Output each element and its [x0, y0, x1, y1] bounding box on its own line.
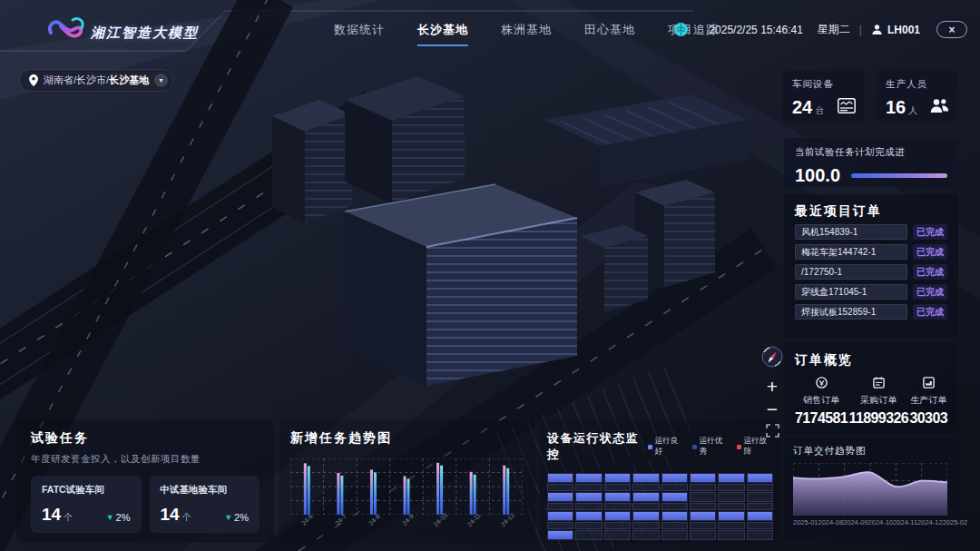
status-segment-empty [662, 484, 688, 491]
order-name: /172750-1 [795, 264, 907, 280]
overview-label: 销售订单 [803, 394, 839, 407]
nav-tab-changsha-base[interactable]: 长沙基地 [417, 22, 468, 46]
divider: | [859, 24, 862, 36]
status-segment [632, 530, 659, 540]
status-track-row [547, 484, 773, 491]
device-status-panel: 设备运行状态监控 运行良好 运行优秀 运行故障 [540, 419, 780, 543]
status-segment-empty [547, 522, 573, 529]
legend-label: 运行优秀 [700, 436, 729, 458]
status-segment-empty [747, 522, 773, 529]
progress-bar [851, 173, 947, 178]
status-segment-empty [604, 503, 631, 510]
device-status-bars [547, 473, 773, 540]
dashboard-stage: 湘江智造大模型 数据统计 长沙基地 株洲基地 田心基地 项目追踪 2025/2/… [0, 0, 980, 551]
test-card-unit: 个 [182, 511, 191, 524]
status-segment-empty [575, 484, 602, 491]
device-status-row [547, 530, 773, 540]
stat-unit: 台 [815, 104, 824, 117]
order-row[interactable]: 梅花车架144742-1 已完成 [795, 244, 947, 260]
test-tasks-title: 试验任务 [31, 430, 260, 447]
overview-value: 7174581 [795, 410, 848, 427]
test-card-label: 中试基地验车间 [161, 484, 250, 497]
zoom-out-button[interactable]: − [767, 399, 778, 418]
test-card-pilot-base: 中试基地验车间 14 个 ▼ 2% [150, 476, 260, 533]
status-segment [604, 511, 631, 521]
status-track-row [547, 522, 773, 529]
test-tasks-subtitle: 年度研发资金投入，以及创新项目数量 [31, 453, 260, 466]
overview-sales: 销售订单 7174581 [795, 377, 848, 427]
legend-dot-excellent [692, 445, 697, 449]
production-order-icon [923, 377, 935, 389]
legend-label: 运行良好 [655, 436, 684, 458]
status-segment [575, 492, 602, 502]
stat-value: 24 [792, 97, 812, 118]
location-selector[interactable]: 湖南省/长沙市/长沙基地 ▾ [20, 70, 172, 91]
status-segment [662, 492, 688, 502]
chevron-down-icon[interactable]: ▾ [154, 74, 168, 87]
status-badge: 已完成 [913, 244, 947, 260]
device-status-legend: 运行良好 运行优秀 运行故障 [648, 436, 773, 458]
axis-tick-label: 2024-11 [893, 518, 917, 526]
datetime: 2025/2/25 15:46:41 [709, 24, 802, 36]
status-segment [604, 473, 631, 483]
weekday: 星期二 [818, 22, 850, 37]
order-name: 穿线盒171045-1 [795, 284, 907, 300]
ai-assistant-icon[interactable] [673, 22, 689, 37]
status-segment [547, 492, 573, 502]
status-segment [690, 492, 716, 502]
user-id: LH001 [887, 24, 920, 36]
order-row[interactable]: 穿线盒171045-1 已完成 [795, 284, 947, 300]
stat-unit: 人 [908, 104, 917, 117]
delivery-trend-panel: 订单交付趋势图 2025-012024-082024-092024-102024… [784, 438, 958, 540]
overview-production: 生产订单 30303 [909, 377, 947, 427]
legend-dot-good [648, 445, 652, 449]
sales-order-icon [816, 377, 828, 389]
delivery-trend-chart [793, 463, 949, 516]
legend-item-good[interactable]: 运行良好 [648, 436, 684, 458]
legend-item-fault[interactable]: 运行故障 [737, 436, 773, 458]
user-icon [871, 24, 883, 35]
status-badge: 已完成 [913, 304, 947, 320]
close-button[interactable]: × [936, 21, 967, 38]
device-status-row [547, 473, 773, 483]
status-segment-empty [690, 503, 716, 510]
status-segment [690, 530, 716, 540]
order-row[interactable]: 焊接试板152859-1 已完成 [795, 304, 947, 320]
delivery-axis-labels: 2025-012024-082024-092024-102024-112024-… [793, 518, 949, 526]
header-right: 2025/2/25 15:46:41 星期二 | LH001 × [673, 21, 967, 38]
test-card-fatc: FATC试验车间 14 个 ▼ 2% [31, 476, 142, 533]
test-card-value: 14 [42, 505, 61, 525]
task-trend-title: 新增任务趋势图 [290, 430, 524, 447]
people-icon [930, 98, 949, 113]
nav-tab-data-statistics[interactable]: 数据统计 [334, 22, 385, 46]
order-name: 梅花车架144742-1 [795, 244, 907, 260]
status-segment [632, 473, 659, 483]
test-card-value: 14 [161, 505, 180, 525]
nav-tab-tianxin-base[interactable]: 田心基地 [584, 22, 635, 46]
stat-label: 车间设备 [792, 78, 855, 91]
status-segment [747, 511, 773, 521]
order-row[interactable]: /172750-1 已完成 [795, 264, 947, 280]
status-segment [718, 492, 744, 502]
zoom-in-button[interactable]: + [767, 377, 778, 396]
overview-value: 30303 [909, 410, 947, 427]
device-status-title: 设备运行状态监控 [547, 430, 648, 463]
status-segment-empty [547, 503, 573, 510]
main-nav: 数据统计 长沙基地 株洲基地 田心基地 项目追踪 [334, 22, 719, 46]
recent-orders-title: 最近项目订单 [795, 203, 947, 220]
nav-tab-zhuzhou-base[interactable]: 株洲基地 [501, 22, 552, 46]
status-segment [575, 511, 602, 521]
status-segment [547, 511, 573, 521]
status-segment-empty [662, 503, 688, 510]
overview-label: 生产订单 [910, 394, 946, 407]
legend-item-excellent[interactable]: 运行优秀 [692, 436, 729, 458]
order-row[interactable]: 风机154839-1 已完成 [795, 224, 947, 240]
status-segment [575, 473, 602, 483]
compass-icon[interactable] [760, 345, 784, 369]
status-segment [604, 530, 631, 540]
device-status-row [547, 492, 773, 502]
status-segment [604, 492, 631, 502]
status-segment-empty [575, 522, 602, 529]
brand: 湘江智造大模型 [45, 13, 199, 44]
test-progress-card: 当前试验任务计划完成进 100.0 [784, 138, 958, 187]
